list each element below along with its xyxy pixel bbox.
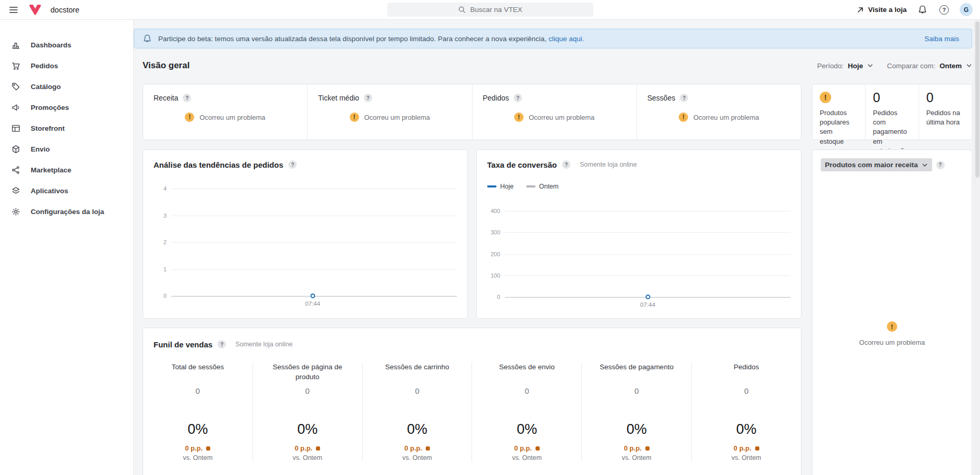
sales-funnel-card: Funil de vendas ? Somente loja online To… (143, 328, 801, 475)
top-products-card: Produtos com maior receita ? ! Ocorreu u… (812, 149, 972, 475)
plot-area (505, 211, 791, 297)
page-scrollbar[interactable] (974, 20, 980, 475)
visit-store-link[interactable]: Visite a loja (857, 6, 907, 14)
step-value: 0 (699, 386, 794, 395)
banner-action-link[interactable]: Saiba mais (924, 35, 959, 43)
sidebar-item-label: Catálogo (31, 83, 61, 91)
legend-hoje[interactable]: Hoje (487, 183, 514, 190)
stat-value: 0 (873, 91, 911, 104)
data-point[interactable] (310, 294, 315, 298)
stat-value: 0 (926, 91, 964, 104)
tag-icon (11, 82, 21, 92)
chart-title: Taxa de conversão (487, 160, 557, 169)
y-axis: 400 300 200 100 0 (487, 211, 505, 297)
sidebar-item-storefront[interactable]: Storefront (0, 118, 133, 139)
sidebar-item-envio[interactable]: Envio (0, 139, 133, 159)
step-value: 0 (589, 386, 684, 395)
period-selector[interactable]: Período: Hoje (817, 62, 873, 70)
help-icon[interactable]: ? (183, 94, 191, 102)
help-icon[interactable]: ? (562, 160, 570, 169)
step-delta: 0 p.p. (624, 444, 642, 452)
funnel-step-total-sessoes: Total de sessões 0 0% 0 p.p. vs. Ontem (143, 362, 252, 461)
help-button[interactable]: ? (938, 4, 950, 16)
sidebar-item-dashboards[interactable]: Dashboards (0, 34, 133, 55)
chart-note: Somente loja online (580, 161, 637, 168)
cart-icon (11, 61, 21, 71)
warning-icon: ! (514, 113, 524, 122)
sidebar-item-promocoes[interactable]: Promoções (0, 97, 133, 118)
step-rate: 0% (589, 421, 684, 438)
sidebar-item-marketplace[interactable]: Marketplace (0, 159, 133, 180)
help-icon[interactable]: ? (680, 94, 688, 102)
top-products-selector[interactable]: Produtos com maior receita (821, 158, 932, 171)
kpi-pedidos: Pedidos? !Ocorreu um problema (472, 84, 637, 140)
funnel-step-pedidos: Pedidos 0 0% 0 p.p. vs. Ontem (691, 362, 801, 461)
step-compare: vs. Ontem (370, 454, 465, 461)
sidebar-item-configuracoes[interactable]: Configurações da loja (0, 201, 133, 222)
funnel-step-pagina-produto: Sessões de página de produto 0 0% 0 p.p.… (252, 362, 362, 461)
help-icon[interactable]: ? (364, 94, 372, 102)
sidebar-item-aplicativos[interactable]: Aplicativos (0, 180, 133, 201)
visit-store-label: Visite a loja (868, 6, 907, 14)
banner-text: Participe do beta: temos uma versão atua… (158, 35, 546, 43)
avatar[interactable]: G (960, 3, 973, 16)
step-rate: 0% (479, 421, 574, 438)
vtex-logo[interactable] (29, 4, 41, 15)
step-rate: 0% (150, 421, 245, 438)
step-rate: 0% (260, 421, 355, 438)
scrollbar-thumb[interactable] (975, 21, 979, 178)
step-value: 0 (370, 386, 465, 395)
step-value: 0 (260, 386, 355, 395)
notifications-button[interactable] (917, 4, 928, 16)
error-text: Ocorreu um problema (199, 114, 265, 121)
search-input[interactable]: Buscar na VTEX (387, 3, 593, 17)
bar-chart-icon (11, 40, 21, 50)
page-title: Visão geral (143, 60, 189, 71)
kpi-cards: Receita? !Ocorreu um problema Ticket méd… (143, 84, 801, 140)
layers-icon (11, 186, 21, 196)
sidebar-item-label: Pedidos (31, 62, 58, 70)
step-rate: 0% (370, 421, 465, 438)
question-icon: ? (939, 5, 949, 15)
step-compare: vs. Ontem (589, 454, 684, 461)
stat-label: Pedidos na última hora (926, 108, 964, 127)
main-content: Participe do beta: temos uma versão atua… (134, 20, 980, 475)
step-label: Sessões de envio (479, 362, 574, 383)
step-label: Total de sessões (150, 362, 245, 383)
data-point[interactable] (645, 295, 650, 299)
stat-pedidos-ultima-hora: 0 Pedidos na última hora (919, 84, 972, 140)
error-text: Ocorreu um problema (364, 114, 430, 121)
legend-ontem[interactable]: Ontem (526, 183, 559, 190)
banner-link[interactable]: clique aqui. (549, 35, 584, 43)
error-text: Ocorreu um problema (859, 339, 925, 346)
warning-icon: ! (350, 113, 359, 122)
delta-dot-icon (316, 446, 320, 451)
plot-area (171, 189, 457, 296)
hamburger-icon (8, 5, 19, 15)
help-icon[interactable]: ? (288, 160, 297, 169)
sidebar-item-label: Storefront (31, 124, 65, 132)
sidebar-item-catalogo[interactable]: Catálogo (0, 76, 133, 97)
step-label: Pedidos (699, 362, 794, 383)
kpi-sessoes: Sessões? !Ocorreu um problema (637, 84, 801, 140)
step-label: Sessões de pagamento (589, 362, 684, 383)
sidebar-item-pedidos[interactable]: Pedidos (0, 55, 133, 76)
step-delta: 0 p.p. (514, 444, 532, 452)
chevron-down-icon (867, 63, 873, 69)
period-label: Período: (817, 62, 844, 70)
warning-icon: ! (185, 113, 194, 122)
stat-pagamento-autorizacao: 0 Pedidos com pagamento em autorização (865, 84, 918, 140)
conversion-rate-chart: Taxa de conversão ? Somente loja online … (476, 149, 801, 319)
share-network-icon (11, 165, 21, 175)
help-icon[interactable]: ? (936, 161, 945, 169)
topbar: docstore Buscar na VTEX Visite a loja ? … (0, 0, 980, 20)
step-value: 0 (150, 386, 245, 395)
step-rate: 0% (699, 421, 794, 438)
compare-selector[interactable]: Comparar com: Ontem (887, 62, 972, 70)
kpi-title: Pedidos (483, 94, 510, 102)
help-icon[interactable]: ? (218, 340, 226, 348)
help-icon[interactable]: ? (514, 94, 522, 102)
warning-icon: ! (887, 321, 897, 332)
menu-button[interactable] (7, 4, 20, 16)
error-text: Ocorreu um problema (529, 114, 594, 121)
